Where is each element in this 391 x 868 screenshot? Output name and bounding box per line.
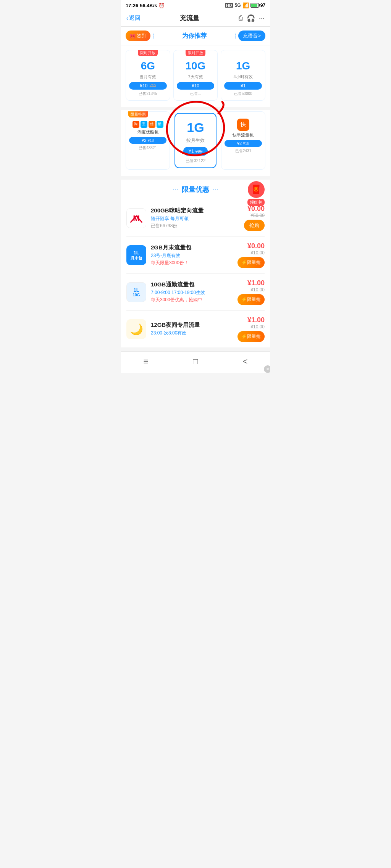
commute-icon-top: 1L [133,287,139,293]
offer-limit-btn-night[interactable]: ⚡限量抢 [238,331,265,342]
back-button-nav[interactable]: < [240,356,250,367]
baobao-icon: 宝 [141,121,147,128]
checkin-icon: 🎀 [129,33,136,39]
offer-price-miqia: ¥0.00 [247,205,265,212]
special-card-taobao[interactable]: 限量特惠 淘 宝 优 酷 淘宝优酷包 ¥2 ¥18 已售43321 [126,111,170,170]
center-price-btn[interactable]: ¥1 ¥20 [183,147,208,156]
status-bar: 17:26 56.4K/s ⏰ HD 5G 📶 97 [121,0,270,11]
hd-badge: HD [225,3,233,8]
package-badge-6g: 限时开放 [138,50,158,56]
page-title: 充流量 [180,14,199,23]
status-speed: 56.4K/s ⏰ [140,3,165,8]
checkin-label: 签到 [137,32,147,39]
offer-price-original-commute: ¥10.00 [238,287,265,293]
recommend-banner: 🎀 签到 为你推荐 充语音> [121,27,270,45]
package-card-1g-4h[interactable]: 1G 4小时有效 ¥1 已售50000 [221,50,265,101]
special-badge-left: 限量特惠 [128,111,148,117]
youku-icon: 优 [149,121,155,128]
headphone-icon[interactable]: 🎧 [247,14,255,23]
special-packages-row: 限量特惠 淘 宝 优 酷 淘宝优酷包 ¥2 ¥18 已售43321 1G 按月生… [121,110,270,176]
hamburger-icon: ≡ [144,357,149,366]
back-arrow-icon: < [243,357,248,366]
offer-item-night[interactable]: 🌙 12GB夜间专用流量 23:00-次8:00有效 ¥1.00 ¥10.00 … [126,311,265,347]
battery-indicator [250,3,259,8]
offer-info-miqia: 200GB咪咕定向流量 随开随享 每月可领 已售66798份 [151,207,239,229]
red-packet-float[interactable]: 🧧 领红包 [247,181,265,206]
square-icon: □ [193,357,198,366]
taobao-icon: 淘 [132,121,139,128]
status-time: 17:26 [126,3,138,8]
close-offer-btn[interactable]: ✕ [264,365,270,373]
offer-limit-btn-month[interactable]: ⚡限量抢 [238,257,265,268]
offer-name-month: 2GB月末流量包 [151,244,233,251]
center-card-wrapper: 1G 按月生效 ¥1 ¥20 已售32122 [173,111,218,170]
price-1g: ¥1 [241,83,246,88]
kuaishou-sold: 已售2431 [225,148,262,154]
taobao-price-btn[interactable]: ¥2 ¥18 [129,137,166,144]
package-size-10g: 10G [177,59,215,72]
offer-info-commute: 10GB通勤流量包 7:00-9:00 17:00-19:00生效 每天3000… [151,281,233,303]
section-separator-left [173,189,178,190]
special-card-kuaishou[interactable]: 快 快手流量包 ¥2 ¥18 已售2431 [221,111,265,170]
home-button[interactable]: ≡ [141,356,151,367]
offer-icon-night: 🌙 [126,319,146,339]
offer-info-month: 2GB月末流量包 23号-月底有效 每天限量3000份！ [151,244,233,266]
offer-info-night: 12GB夜间专用流量 23:00-次8:00有效 [151,321,233,337]
month-icon-label: 月末包 [131,256,142,261]
offer-item-commute[interactable]: 1L 10G 10GB通勤流量包 7:00-9:00 17:00-19:00生效… [126,274,265,311]
package-card-10g[interactable]: 限时开放 10G 7天有效 ¥10 已售... [173,50,218,101]
offer-item-month[interactable]: 1L 月末包 2GB月末流量包 23号-月底有效 每天限量3000份！ ¥0.0… [126,237,265,274]
voice-button[interactable]: 充语音> [238,31,265,41]
package-sold-1g: 已售50000 [224,91,262,96]
offer-name-commute: 10GB通勤流量包 [151,281,233,288]
separator-right [235,34,236,39]
status-left: 17:26 56.4K/s ⏰ [126,3,165,8]
taobao-title: 淘宝优酷包 [129,129,166,135]
main-content: 🎀 签到 为你推荐 充语音> 限时开放 6G 当月有效 ¥10 ¥30 已售21… [121,27,270,373]
package-sold-10g: 已售... [177,91,215,96]
package-card-6g[interactable]: 限时开放 6G 当月有效 ¥10 ¥30 已售21345 [126,50,170,101]
back-button[interactable]: ‹ 返回 [126,14,141,22]
price-6g: ¥10 [140,83,147,88]
red-packet-label: 领红包 [247,199,265,206]
red-packet-icon: 🧧 [248,181,265,198]
package-price-btn-6g[interactable]: ¥10 ¥30 [129,82,167,90]
offer-name-night: 12GB夜间专用流量 [151,321,233,329]
package-price-btn-10g[interactable]: ¥10 [177,82,215,90]
offer-buy-btn-miqia[interactable]: 抢购 [244,220,265,231]
offer-item-miqia[interactable]: M 200GB咪咕定向流量 随开随享 每月可领 已售66798份 ¥0.00 ¥… [126,199,265,237]
share-icon[interactable]: ⎙ [239,14,243,22]
more-icon[interactable]: ··· [259,14,265,22]
kuaishou-price-btn[interactable]: ¥2 ¥18 [225,140,262,147]
package-price-btn-1g[interactable]: ¥1 [224,82,262,90]
section-header: 限量优惠 🧧 领红包 [126,185,265,194]
package-badge-10g: 限时开放 [186,50,205,56]
miqia-logo-icon: M [127,208,146,228]
taobao-sold: 已售43321 [129,145,166,151]
checkin-button[interactable]: 🎀 签到 [126,31,150,41]
center-card-1g[interactable]: 1G 按月生效 ¥1 ¥20 已售32122 [174,113,217,169]
offer-desc-miqia: 随开随享 每月可领 [151,215,239,222]
recommend-title: 为你推荐 [156,32,233,40]
square-button[interactable]: □ [190,356,201,367]
separator-left [153,34,154,39]
offer-desc-commute: 7:00-9:00 17:00-19:00生效 [151,289,233,296]
signal-bars: 📶 [242,2,249,8]
offer-icon-month: 1L 月末包 [126,245,146,265]
offer-limit-btn-commute[interactable]: ⚡限量抢 [238,294,265,305]
offer-price-area-miqia: ¥0.00 ¥50.00 ✕ 抢购 [244,205,265,231]
offer-price-area-month: ¥0.00 ¥10.00 ⚡限量抢 [238,242,265,268]
package-size-6g: 6G [129,59,167,72]
offer-icon-miqia: M [126,208,146,228]
status-right: HD 5G 📶 97 [225,2,265,8]
kuaishou-icon: 快 [237,119,249,131]
ku-icon: 酷 [157,121,163,128]
offer-sold-miqia: 已售66798份 [151,223,239,229]
back-chevron-icon: ‹ [126,15,128,22]
center-sold: 已售32122 [178,158,213,164]
battery-percent: 97 [260,3,265,8]
app-icons-kuaishou: 快 [225,119,262,131]
section-separator-right [213,189,218,190]
offer-icon-commute: 1L 10G [126,282,146,302]
month-icon-top: 1L [133,250,139,256]
